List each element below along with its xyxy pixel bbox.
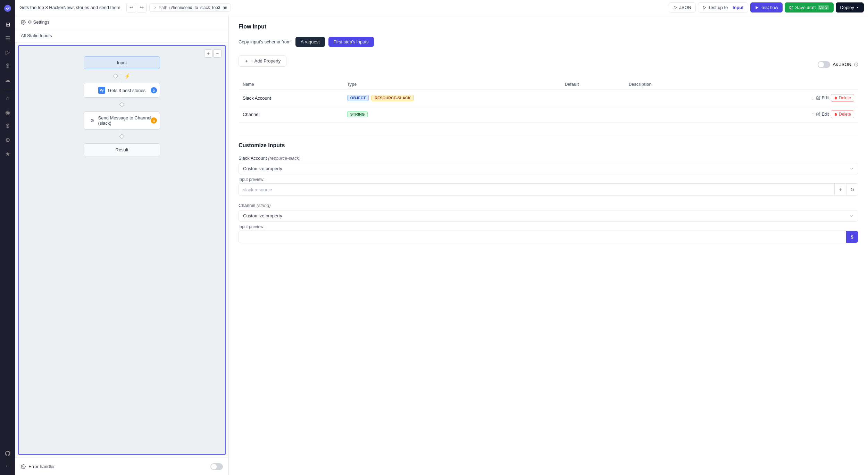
slack-preview-refresh[interactable]: ↻: [846, 184, 858, 195]
undo-button[interactable]: ↩: [126, 3, 136, 12]
sidebar-bottom: ←: [1, 447, 14, 472]
sidebar: ⊞ ☰ ▷ $ ☁ ⌂ ◉ $ ⚙ ★ ←: [0, 0, 15, 475]
svg-marker-1: [674, 6, 677, 9]
sidebar-icon-home[interactable]: ⊞: [1, 18, 14, 31]
sidebar-icon-home2[interactable]: ⌂: [1, 92, 14, 105]
channel-dollar-button[interactable]: $: [846, 231, 858, 243]
connector-diamond-3: [119, 134, 124, 139]
input-node-label: Input: [117, 60, 127, 65]
result-node[interactable]: Result: [84, 143, 160, 156]
arrow-up-channel[interactable]: ↑: [812, 111, 814, 117]
path-value: u/henri/send_to_slack_top3_hn: [169, 5, 227, 10]
test-up-highlight: Input: [733, 5, 744, 10]
sidebar-icon-flows[interactable]: ☰: [1, 32, 14, 44]
customize-title: Customize Inputs: [239, 142, 858, 149]
test-up-to-button[interactable]: Test up to Input: [698, 2, 748, 12]
add-property-button[interactable]: + Add Property: [239, 55, 286, 67]
delete-channel[interactable]: Delete: [831, 110, 854, 118]
channel-preview-actions: $: [846, 231, 858, 243]
edit-channel[interactable]: Edit: [816, 112, 829, 117]
all-static-label: All Static Inputs: [21, 33, 52, 38]
field-group-slack-account: Slack Account (resource-slack) Customize…: [239, 156, 858, 196]
field-label-slack-account: Slack Account (resource-slack): [239, 156, 858, 161]
channel-select-text: Customize property: [243, 213, 282, 218]
sidebar-icon-settings[interactable]: ⚙: [1, 134, 14, 146]
save-shortcut: Ctrl S: [818, 5, 829, 10]
copy-schema-row: Copy input's schema from A request First…: [239, 37, 858, 47]
col-default: Default: [561, 79, 625, 90]
right-panel: Flow Input Copy input's schema from A re…: [229, 15, 868, 475]
input-node[interactable]: Input: [84, 56, 160, 69]
as-json-toggle[interactable]: [818, 61, 830, 68]
settings-label: ⚙ Settings: [28, 19, 50, 25]
field-group-channel: Channel (string) Customize property Inpu…: [239, 203, 858, 243]
sidebar-icon-star[interactable]: ★: [1, 148, 14, 160]
default-channel: [561, 106, 625, 123]
a-request-button[interactable]: A request: [295, 37, 325, 47]
save-draft-button[interactable]: Save draft Ctrl S: [785, 2, 833, 12]
edit-slack-account[interactable]: Edit: [816, 95, 829, 100]
slack-preview-add[interactable]: +: [834, 184, 846, 195]
gets-3-badge: b: [151, 87, 157, 93]
settings-bar[interactable]: ⚙ Settings: [15, 15, 228, 29]
channel-preview-placeholder: [239, 234, 846, 240]
error-handler-label: Error handler: [28, 464, 55, 469]
deploy-label: Deploy: [840, 5, 854, 10]
first-steps-button[interactable]: First step's inputs: [328, 37, 374, 47]
col-name: Name: [239, 79, 343, 90]
test-flow-label: Test flow: [761, 5, 778, 10]
default-slack-account: [561, 90, 625, 106]
sidebar-icon-collapse[interactable]: ←: [1, 460, 14, 472]
slack-preview-label: Input preview:: [239, 177, 858, 182]
svg-marker-3: [756, 6, 758, 9]
desc-slack-account: [625, 90, 713, 106]
path-icon: Path: [153, 5, 167, 10]
slack-account-select-text: Customize property: [243, 166, 282, 171]
channel-select[interactable]: Customize property: [239, 210, 858, 222]
send-message-label: Send Message to Channel (slack): [98, 115, 154, 126]
test-flow-button[interactable]: Test flow: [750, 2, 783, 12]
type-badge-string: STRING: [347, 111, 368, 117]
sidebar-icon-runs[interactable]: ▷: [1, 46, 14, 58]
col-type: Type: [343, 79, 561, 90]
result-node-label: Result: [116, 147, 128, 152]
customize-section: Customize Inputs Slack Account (resource…: [239, 134, 858, 243]
gets-3-stories-node[interactable]: Py Gets 3 best stories b: [84, 83, 160, 98]
zoom-in-button[interactable]: +: [204, 49, 212, 58]
col-description: Description: [625, 79, 713, 90]
json-btn-label: JSON: [679, 5, 691, 10]
all-static-bar[interactable]: All Static Inputs: [15, 29, 228, 42]
redo-button[interactable]: ↪: [137, 3, 147, 12]
path-section[interactable]: Path u/henri/send_to_slack_top3_hn: [149, 3, 231, 12]
path-label-text: Path: [159, 5, 167, 10]
json-button[interactable]: JSON: [669, 2, 696, 12]
deploy-button[interactable]: Deploy: [836, 2, 864, 12]
flow-nodes: Input ⚡ Py Gets 3 best stories b: [19, 46, 225, 156]
test-up-label: Test up to: [708, 5, 728, 10]
sidebar-icon-github[interactable]: [1, 447, 14, 460]
svg-point-0: [4, 5, 11, 12]
sidebar-icon-hub[interactable]: ◉: [1, 106, 14, 118]
sidebar-divider: [3, 89, 12, 89]
flow-canvas: + − Input ⚡ Py: [18, 45, 226, 455]
slack-preview-placeholder: slack resource: [239, 184, 834, 195]
add-property-row: + Add Property As JSON: [239, 55, 858, 74]
arrow-down-slack[interactable]: ↓: [812, 95, 814, 101]
error-handler-toggle[interactable]: [210, 463, 223, 470]
delete-slack-account[interactable]: Delete: [831, 94, 854, 102]
slack-account-select[interactable]: Customize property: [239, 163, 858, 174]
send-message-node[interactable]: ⚙ Send Message to Channel (slack) a: [84, 111, 160, 130]
zoom-out-button[interactable]: −: [213, 49, 222, 58]
app-logo: [2, 3, 13, 14]
sidebar-icon-variables[interactable]: $: [1, 60, 14, 72]
error-handler-bar: Error handler: [15, 458, 228, 475]
send-message-badge: a: [151, 117, 157, 124]
svg-point-4: [23, 22, 24, 23]
connector-diamond-2: [119, 102, 124, 107]
sidebar-icon-resources[interactable]: ☁: [1, 74, 14, 86]
sidebar-icon-schedule[interactable]: $: [1, 120, 14, 132]
row-actions-slack-account: ↓ Edit Delete: [718, 94, 854, 102]
copy-schema-label: Copy input's schema from: [239, 39, 291, 44]
field-label-channel: Channel (string): [239, 203, 858, 208]
json-toggle-knob: [818, 62, 824, 67]
